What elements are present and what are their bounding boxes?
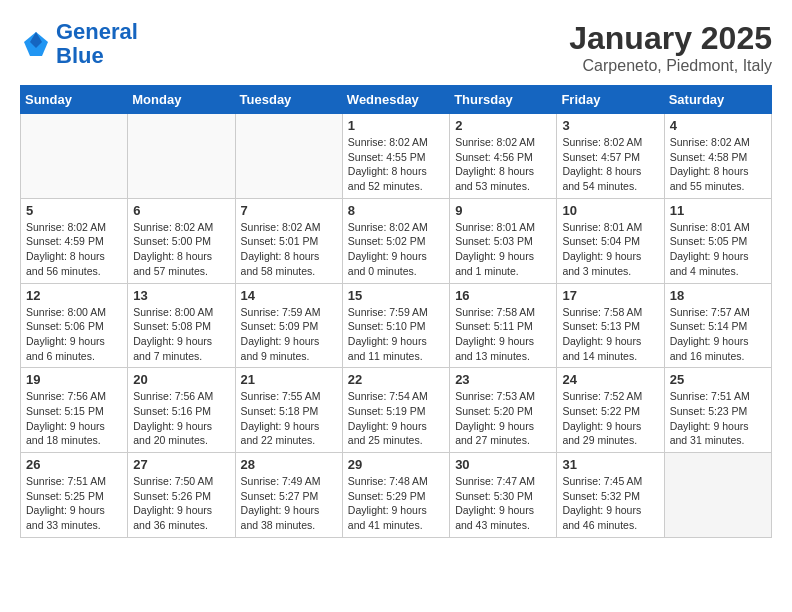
calendar-cell: 29Sunrise: 7:48 AM Sunset: 5:29 PM Dayli… bbox=[342, 453, 449, 538]
day-number: 27 bbox=[133, 457, 229, 472]
calendar-cell: 27Sunrise: 7:50 AM Sunset: 5:26 PM Dayli… bbox=[128, 453, 235, 538]
day-info: Sunrise: 7:51 AM Sunset: 5:25 PM Dayligh… bbox=[26, 474, 122, 533]
day-number: 25 bbox=[670, 372, 766, 387]
calendar-cell: 9Sunrise: 8:01 AM Sunset: 5:03 PM Daylig… bbox=[450, 198, 557, 283]
day-number: 18 bbox=[670, 288, 766, 303]
day-info: Sunrise: 7:50 AM Sunset: 5:26 PM Dayligh… bbox=[133, 474, 229, 533]
day-number: 6 bbox=[133, 203, 229, 218]
day-number: 5 bbox=[26, 203, 122, 218]
col-header-tuesday: Tuesday bbox=[235, 86, 342, 114]
day-number: 29 bbox=[348, 457, 444, 472]
day-info: Sunrise: 8:02 AM Sunset: 4:59 PM Dayligh… bbox=[26, 220, 122, 279]
location-title: Carpeneto, Piedmont, Italy bbox=[569, 57, 772, 75]
day-info: Sunrise: 8:02 AM Sunset: 4:55 PM Dayligh… bbox=[348, 135, 444, 194]
col-header-friday: Friday bbox=[557, 86, 664, 114]
day-number: 21 bbox=[241, 372, 337, 387]
calendar-cell: 19Sunrise: 7:56 AM Sunset: 5:15 PM Dayli… bbox=[21, 368, 128, 453]
col-header-saturday: Saturday bbox=[664, 86, 771, 114]
calendar-cell: 31Sunrise: 7:45 AM Sunset: 5:32 PM Dayli… bbox=[557, 453, 664, 538]
day-number: 31 bbox=[562, 457, 658, 472]
col-header-thursday: Thursday bbox=[450, 86, 557, 114]
logo-line1: General bbox=[56, 19, 138, 44]
day-number: 23 bbox=[455, 372, 551, 387]
day-number: 7 bbox=[241, 203, 337, 218]
day-info: Sunrise: 7:55 AM Sunset: 5:18 PM Dayligh… bbox=[241, 389, 337, 448]
day-info: Sunrise: 7:56 AM Sunset: 5:15 PM Dayligh… bbox=[26, 389, 122, 448]
day-number: 1 bbox=[348, 118, 444, 133]
day-info: Sunrise: 7:45 AM Sunset: 5:32 PM Dayligh… bbox=[562, 474, 658, 533]
day-number: 16 bbox=[455, 288, 551, 303]
day-info: Sunrise: 7:49 AM Sunset: 5:27 PM Dayligh… bbox=[241, 474, 337, 533]
day-info: Sunrise: 8:00 AM Sunset: 5:06 PM Dayligh… bbox=[26, 305, 122, 364]
day-number: 17 bbox=[562, 288, 658, 303]
col-header-monday: Monday bbox=[128, 86, 235, 114]
day-number: 10 bbox=[562, 203, 658, 218]
calendar-cell: 1Sunrise: 8:02 AM Sunset: 4:55 PM Daylig… bbox=[342, 114, 449, 199]
day-info: Sunrise: 8:01 AM Sunset: 5:03 PM Dayligh… bbox=[455, 220, 551, 279]
calendar-cell: 21Sunrise: 7:55 AM Sunset: 5:18 PM Dayli… bbox=[235, 368, 342, 453]
day-info: Sunrise: 8:01 AM Sunset: 5:05 PM Dayligh… bbox=[670, 220, 766, 279]
day-number: 3 bbox=[562, 118, 658, 133]
calendar-cell: 26Sunrise: 7:51 AM Sunset: 5:25 PM Dayli… bbox=[21, 453, 128, 538]
calendar-cell: 28Sunrise: 7:49 AM Sunset: 5:27 PM Dayli… bbox=[235, 453, 342, 538]
logo-text: General Blue bbox=[56, 20, 138, 68]
calendar-cell: 23Sunrise: 7:53 AM Sunset: 5:20 PM Dayli… bbox=[450, 368, 557, 453]
col-header-sunday: Sunday bbox=[21, 86, 128, 114]
calendar-cell: 3Sunrise: 8:02 AM Sunset: 4:57 PM Daylig… bbox=[557, 114, 664, 199]
calendar-cell: 12Sunrise: 8:00 AM Sunset: 5:06 PM Dayli… bbox=[21, 283, 128, 368]
calendar-table: SundayMondayTuesdayWednesdayThursdayFrid… bbox=[20, 85, 772, 538]
day-info: Sunrise: 7:54 AM Sunset: 5:19 PM Dayligh… bbox=[348, 389, 444, 448]
day-info: Sunrise: 7:47 AM Sunset: 5:30 PM Dayligh… bbox=[455, 474, 551, 533]
calendar-cell: 2Sunrise: 8:02 AM Sunset: 4:56 PM Daylig… bbox=[450, 114, 557, 199]
day-info: Sunrise: 7:57 AM Sunset: 5:14 PM Dayligh… bbox=[670, 305, 766, 364]
calendar-cell: 4Sunrise: 8:02 AM Sunset: 4:58 PM Daylig… bbox=[664, 114, 771, 199]
day-info: Sunrise: 8:01 AM Sunset: 5:04 PM Dayligh… bbox=[562, 220, 658, 279]
logo: General Blue bbox=[20, 20, 138, 68]
day-number: 13 bbox=[133, 288, 229, 303]
day-info: Sunrise: 7:56 AM Sunset: 5:16 PM Dayligh… bbox=[133, 389, 229, 448]
day-info: Sunrise: 8:02 AM Sunset: 4:58 PM Dayligh… bbox=[670, 135, 766, 194]
calendar-cell: 11Sunrise: 8:01 AM Sunset: 5:05 PM Dayli… bbox=[664, 198, 771, 283]
calendar-cell: 20Sunrise: 7:56 AM Sunset: 5:16 PM Dayli… bbox=[128, 368, 235, 453]
day-info: Sunrise: 7:59 AM Sunset: 5:09 PM Dayligh… bbox=[241, 305, 337, 364]
day-number: 20 bbox=[133, 372, 229, 387]
day-number: 4 bbox=[670, 118, 766, 133]
month-title: January 2025 bbox=[569, 20, 772, 57]
day-info: Sunrise: 8:02 AM Sunset: 4:57 PM Dayligh… bbox=[562, 135, 658, 194]
col-header-wednesday: Wednesday bbox=[342, 86, 449, 114]
day-number: 30 bbox=[455, 457, 551, 472]
calendar-cell bbox=[21, 114, 128, 199]
day-number: 22 bbox=[348, 372, 444, 387]
calendar-cell bbox=[664, 453, 771, 538]
day-number: 12 bbox=[26, 288, 122, 303]
calendar-cell: 8Sunrise: 8:02 AM Sunset: 5:02 PM Daylig… bbox=[342, 198, 449, 283]
day-info: Sunrise: 8:02 AM Sunset: 5:00 PM Dayligh… bbox=[133, 220, 229, 279]
day-number: 26 bbox=[26, 457, 122, 472]
calendar-cell: 30Sunrise: 7:47 AM Sunset: 5:30 PM Dayli… bbox=[450, 453, 557, 538]
day-info: Sunrise: 7:52 AM Sunset: 5:22 PM Dayligh… bbox=[562, 389, 658, 448]
calendar-cell: 24Sunrise: 7:52 AM Sunset: 5:22 PM Dayli… bbox=[557, 368, 664, 453]
calendar-cell: 16Sunrise: 7:58 AM Sunset: 5:11 PM Dayli… bbox=[450, 283, 557, 368]
day-number: 28 bbox=[241, 457, 337, 472]
day-info: Sunrise: 7:58 AM Sunset: 5:13 PM Dayligh… bbox=[562, 305, 658, 364]
calendar-cell: 10Sunrise: 8:01 AM Sunset: 5:04 PM Dayli… bbox=[557, 198, 664, 283]
day-number: 15 bbox=[348, 288, 444, 303]
day-number: 11 bbox=[670, 203, 766, 218]
calendar-cell: 7Sunrise: 8:02 AM Sunset: 5:01 PM Daylig… bbox=[235, 198, 342, 283]
calendar-cell: 25Sunrise: 7:51 AM Sunset: 5:23 PM Dayli… bbox=[664, 368, 771, 453]
day-info: Sunrise: 7:58 AM Sunset: 5:11 PM Dayligh… bbox=[455, 305, 551, 364]
day-info: Sunrise: 7:59 AM Sunset: 5:10 PM Dayligh… bbox=[348, 305, 444, 364]
day-info: Sunrise: 7:51 AM Sunset: 5:23 PM Dayligh… bbox=[670, 389, 766, 448]
day-info: Sunrise: 8:00 AM Sunset: 5:08 PM Dayligh… bbox=[133, 305, 229, 364]
day-number: 19 bbox=[26, 372, 122, 387]
day-number: 14 bbox=[241, 288, 337, 303]
calendar-cell: 13Sunrise: 8:00 AM Sunset: 5:08 PM Dayli… bbox=[128, 283, 235, 368]
day-info: Sunrise: 8:02 AM Sunset: 5:02 PM Dayligh… bbox=[348, 220, 444, 279]
calendar-cell: 5Sunrise: 8:02 AM Sunset: 4:59 PM Daylig… bbox=[21, 198, 128, 283]
calendar-cell bbox=[235, 114, 342, 199]
day-info: Sunrise: 7:48 AM Sunset: 5:29 PM Dayligh… bbox=[348, 474, 444, 533]
day-info: Sunrise: 8:02 AM Sunset: 5:01 PM Dayligh… bbox=[241, 220, 337, 279]
calendar-cell: 18Sunrise: 7:57 AM Sunset: 5:14 PM Dayli… bbox=[664, 283, 771, 368]
calendar-cell: 6Sunrise: 8:02 AM Sunset: 5:00 PM Daylig… bbox=[128, 198, 235, 283]
logo-line2: Blue bbox=[56, 43, 104, 68]
